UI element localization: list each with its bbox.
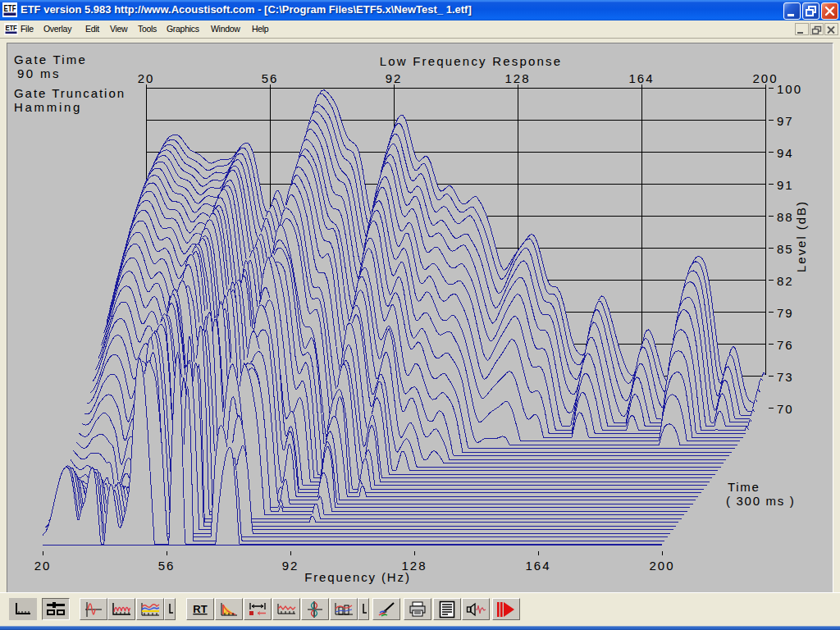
svg-text:94: 94 — [777, 146, 794, 160]
svg-text:90 ms: 90 ms — [17, 66, 61, 80]
svg-text:73: 73 — [777, 370, 794, 384]
svg-text:200: 200 — [752, 71, 778, 85]
svg-text:128: 128 — [504, 71, 530, 85]
svg-text:92: 92 — [282, 559, 299, 573]
svg-text:97: 97 — [777, 114, 794, 128]
svg-text:( 300 ms ): ( 300 ms ) — [726, 494, 796, 508]
svg-text:92: 92 — [386, 71, 403, 85]
svg-text:RT: RT — [193, 603, 207, 615]
svg-text:56: 56 — [262, 71, 279, 85]
svg-text:Gate Time: Gate Time — [14, 52, 87, 66]
svg-text:164: 164 — [525, 559, 550, 573]
svg-text:ETF: ETF — [6, 23, 17, 32]
svg-text:20: 20 — [138, 71, 155, 85]
svg-text:Gate Truncation: Gate Truncation — [14, 86, 126, 100]
svg-text:79: 79 — [777, 306, 794, 320]
svg-text:88: 88 — [777, 210, 794, 224]
svg-text:100: 100 — [777, 82, 802, 96]
svg-text:56: 56 — [158, 559, 176, 573]
svg-text:76: 76 — [777, 338, 794, 352]
svg-text:82: 82 — [777, 274, 794, 288]
svg-text:85: 85 — [777, 242, 794, 256]
svg-text:91: 91 — [777, 178, 794, 192]
svg-text:Level (dB): Level (dB) — [794, 200, 808, 272]
svg-text:164: 164 — [628, 71, 654, 85]
svg-text:70: 70 — [777, 402, 794, 416]
svg-text:Hamming: Hamming — [14, 100, 82, 114]
svg-text:Frequency (Hz): Frequency (Hz) — [304, 570, 411, 584]
svg-text:200: 200 — [649, 559, 674, 573]
svg-text:Low Frequency Response: Low Frequency Response — [380, 54, 563, 68]
svg-text:Time: Time — [728, 480, 760, 494]
svg-text:20: 20 — [34, 559, 52, 573]
svg-text:ETF: ETF — [4, 3, 16, 13]
